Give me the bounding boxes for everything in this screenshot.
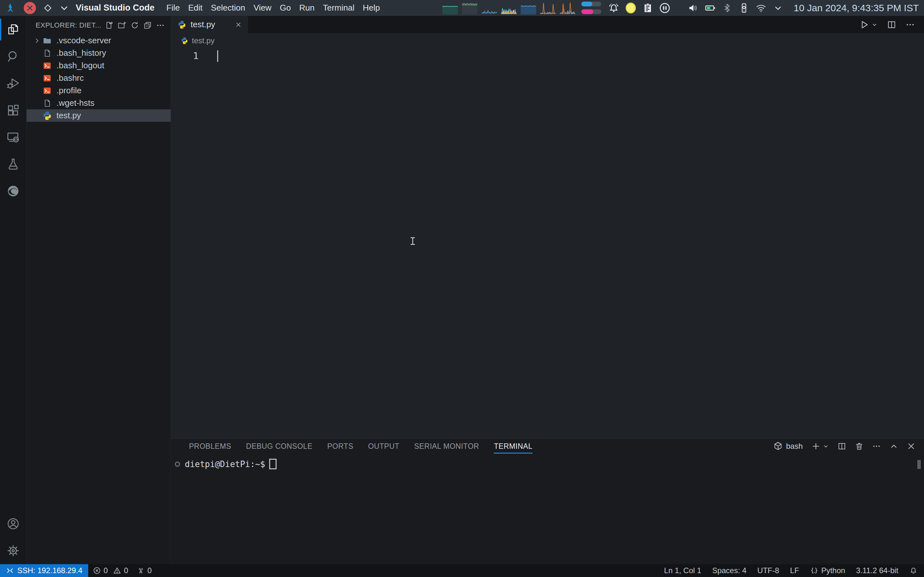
- panel-tab-serial-monitor[interactable]: SERIAL MONITOR: [414, 439, 479, 454]
- terminal-shell-selector[interactable]: $ bash: [773, 442, 803, 451]
- wifi-tray-button[interactable]: [754, 2, 767, 15]
- new-folder-button[interactable]: [115, 19, 128, 32]
- menu-view[interactable]: View: [249, 1, 276, 15]
- speaker-icon: [688, 3, 698, 13]
- pause-tray-button[interactable]: [658, 2, 671, 15]
- python-interpreter-status[interactable]: 3.11.2 64-bit: [856, 566, 898, 575]
- explorer-more-actions-button[interactable]: [154, 19, 167, 32]
- panel-tab-output[interactable]: OUTPUT: [368, 439, 399, 454]
- pause-circle-icon: [659, 2, 670, 14]
- activity-testing[interactable]: [0, 151, 26, 177]
- menu-selection[interactable]: Selection: [207, 1, 249, 15]
- tab-close-button[interactable]: [233, 19, 244, 30]
- terminal-view[interactable]: dietpi@DietPi:~$: [171, 454, 924, 564]
- activity-remote-explorer[interactable]: [0, 124, 26, 151]
- tree-item-bash-logout[interactable]: .bash_logout: [27, 59, 171, 72]
- error-count: 0: [103, 566, 108, 575]
- menu-file[interactable]: File: [162, 1, 184, 15]
- activity-settings[interactable]: [0, 537, 26, 564]
- activity-explorer[interactable]: [0, 16, 26, 43]
- system-monitor-graph-4[interactable]: [501, 2, 517, 15]
- problems-status[interactable]: 0 0: [93, 566, 128, 575]
- activity-account[interactable]: [0, 510, 26, 537]
- device-tray-button[interactable]: [738, 2, 750, 15]
- titlebar: Visual Studio Code File Edit Selection V…: [0, 0, 924, 16]
- kill-terminal-trash-icon[interactable]: [855, 442, 864, 451]
- tray-clock[interactable]: 10 Jan 2024, 9:43:35 PM IST: [794, 3, 919, 13]
- split-terminal-icon[interactable]: [837, 442, 846, 451]
- menu-run[interactable]: Run: [295, 1, 319, 15]
- command-decoration-icon[interactable]: [175, 462, 180, 467]
- cursor-position-status[interactable]: Ln 1, Col 1: [664, 566, 701, 575]
- file-icon: [42, 98, 52, 108]
- panel-tab-ports[interactable]: PORTS: [327, 439, 353, 454]
- battery-icon: [704, 2, 716, 14]
- bell-ringing-icon: [607, 2, 620, 14]
- tree-item-wget-hsts[interactable]: .wget-hsts: [27, 97, 171, 109]
- panel-tab-problems[interactable]: PROBLEMS: [189, 439, 231, 454]
- close-panel-icon[interactable]: [907, 442, 916, 451]
- volume-tray-button[interactable]: [687, 2, 699, 15]
- plus-icon: [811, 442, 821, 451]
- new-file-button[interactable]: [103, 19, 115, 32]
- terminal-scrollbar-thumb[interactable]: [917, 460, 921, 469]
- eol-status[interactable]: LF: [790, 566, 799, 575]
- yellow-status-tray-icon[interactable]: [624, 2, 637, 15]
- chevron-down-icon[interactable]: [822, 443, 829, 450]
- menu-terminal[interactable]: Terminal: [319, 1, 359, 15]
- editor-pane[interactable]: 1: [171, 48, 924, 438]
- ports-status[interactable]: 0: [137, 566, 152, 575]
- maximize-diamond-icon[interactable]: [44, 4, 52, 12]
- panel-tab-debug-console[interactable]: DEBUG CONSOLE: [246, 439, 312, 454]
- activity-bar-spacer: [0, 205, 26, 510]
- chevron-right-icon[interactable]: [32, 37, 42, 44]
- run-python-file-button[interactable]: [859, 19, 878, 30]
- split-editor-icon[interactable]: [887, 20, 897, 29]
- activity-browser-tools[interactable]: [0, 177, 26, 205]
- maximize-panel-chevron-up-icon[interactable]: [889, 442, 898, 451]
- panel-tab-terminal[interactable]: TERMINAL: [494, 439, 532, 454]
- language-label: Python: [821, 566, 845, 575]
- notifications-tray-button[interactable]: [607, 2, 620, 15]
- panel-more-actions-icon[interactable]: [872, 442, 881, 451]
- file-label: .vscode-server: [57, 35, 111, 45]
- indentation-status[interactable]: Spaces: 4: [712, 566, 746, 575]
- collapse-folders-button[interactable]: [141, 19, 154, 32]
- tab-test-py[interactable]: test.py: [171, 16, 248, 33]
- system-monitor-graph-5[interactable]: [521, 2, 536, 15]
- tree-item-test-py[interactable]: test.py: [27, 109, 171, 122]
- menu-help[interactable]: Help: [359, 1, 384, 15]
- menu-go[interactable]: Go: [276, 1, 295, 15]
- battery-tray-button[interactable]: [704, 2, 716, 15]
- refresh-explorer-button[interactable]: [128, 19, 141, 32]
- clipboard-tray-button[interactable]: [641, 2, 654, 15]
- tray-expander-button[interactable]: [772, 2, 784, 15]
- tree-item-bashrc[interactable]: .bashrc: [27, 72, 171, 84]
- system-monitor-graph-1[interactable]: [443, 2, 458, 15]
- remote-indicator[interactable]: SSH: 192.168.29.4: [0, 564, 88, 577]
- activity-extensions[interactable]: [0, 97, 26, 124]
- system-monitor-graph-6[interactable]: [540, 2, 556, 15]
- more-actions-icon[interactable]: [905, 20, 915, 29]
- system-monitor-graph-2[interactable]: [462, 2, 477, 15]
- notifications-bell-icon[interactable]: [909, 566, 918, 575]
- activity-search[interactable]: [0, 43, 26, 70]
- menu-edit[interactable]: Edit: [184, 1, 207, 15]
- status-bar: SSH: 192.168.29.4 0 0 0 Ln 1, Col 1 Spac…: [0, 564, 924, 577]
- encoding-status[interactable]: UTF-8: [758, 566, 779, 575]
- bluetooth-icon: [722, 3, 732, 13]
- tree-item-vscode-server[interactable]: .vscode-server: [27, 34, 171, 47]
- bluetooth-tray-button[interactable]: [720, 2, 733, 15]
- new-terminal-button[interactable]: [811, 442, 829, 451]
- shade-chevron-icon[interactable]: [60, 3, 69, 13]
- tree-item-bash-history[interactable]: .bash_history: [27, 47, 171, 59]
- breadcrumb[interactable]: test.py: [171, 33, 924, 48]
- language-mode-status[interactable]: Python: [810, 566, 845, 575]
- close-window-button[interactable]: [24, 2, 36, 14]
- chevron-down-icon[interactable]: [871, 21, 878, 28]
- system-monitor-graph-3[interactable]: [481, 2, 497, 15]
- tree-item-profile[interactable]: .profile: [27, 84, 171, 97]
- system-monitor-graph-7[interactable]: [560, 2, 575, 15]
- activity-run-debug[interactable]: [0, 70, 26, 97]
- breadcrumb-item[interactable]: test.py: [192, 36, 215, 45]
